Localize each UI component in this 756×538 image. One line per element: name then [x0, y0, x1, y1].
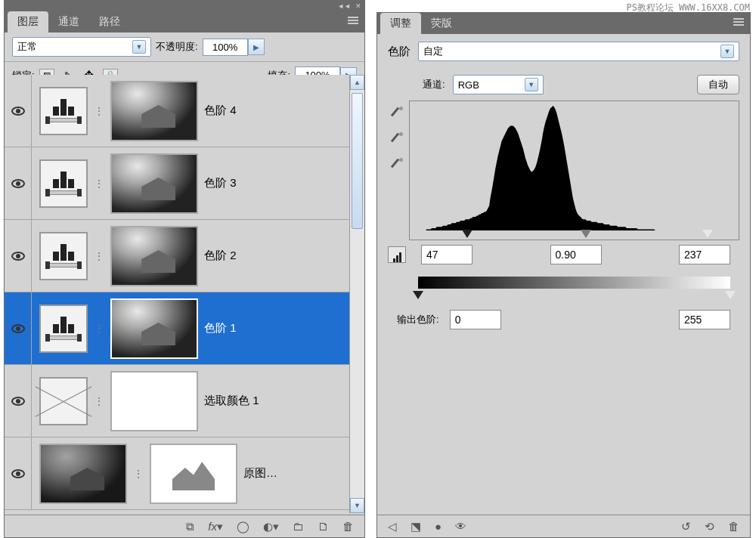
layer-row[interactable]: ⋮色阶 3	[5, 147, 349, 220]
visibility-toggle-icon[interactable]	[11, 179, 25, 188]
watermark: PS教程论坛 WWW.16XX8.COM	[626, 2, 750, 14]
group-icon[interactable]: 🗀	[293, 520, 304, 533]
input-black-field[interactable]	[421, 245, 472, 264]
layer-name-label[interactable]: 色阶 3	[204, 176, 237, 190]
mask-thumbnail[interactable]	[110, 371, 198, 431]
mask-thumbnail[interactable]	[110, 298, 198, 359]
link-icon: ⋮	[94, 105, 104, 117]
layer-row[interactable]: ⋮色阶 4	[5, 75, 349, 147]
tab-paths[interactable]: 路径	[89, 11, 130, 32]
layer-row[interactable]: ⋮原图…	[5, 438, 349, 510]
levels-adj-icon	[39, 232, 88, 280]
layer-row[interactable]: ⋮色阶 1	[5, 292, 349, 365]
auto-button[interactable]: 自动	[697, 75, 739, 94]
adjust-tabs: 调整 荧版	[377, 13, 750, 34]
blend-mode-value: 正常	[17, 40, 37, 54]
mask-thumbnail[interactable]	[110, 153, 198, 214]
visibility-icon[interactable]: 👁	[455, 520, 466, 533]
opacity-input[interactable]: 100%	[203, 39, 248, 56]
chevron-down-icon: ▼	[525, 78, 538, 91]
link-icon: ⋮	[133, 468, 144, 480]
layers-footer: ⧉ fx▾ ◯ ◐▾ 🗀 🗋 🗑	[5, 515, 364, 537]
tab-masks[interactable]: 荧版	[421, 13, 462, 34]
new-layer-icon[interactable]: 🗋	[318, 520, 329, 533]
scrollbar[interactable]: ▲ ▼	[349, 75, 364, 513]
link-icon: ⋮	[94, 395, 104, 407]
panel-menu-icon[interactable]	[348, 17, 358, 26]
visibility-toggle-icon[interactable]	[11, 107, 25, 116]
layer-name-label[interactable]: 色阶 1	[204, 321, 237, 335]
visibility-toggle-icon[interactable]	[11, 469, 25, 478]
layer-row[interactable]: ⋮选取颜色 1	[5, 365, 349, 438]
layer-name-label[interactable]: 选取颜色 1	[204, 394, 259, 408]
preset-select[interactable]: 自定 ▼	[418, 42, 739, 61]
preset-value: 自定	[423, 45, 443, 58]
histogram	[409, 100, 739, 240]
link-icon: ⋮	[94, 323, 104, 335]
mask-thumbnail[interactable]	[150, 444, 237, 504]
tab-layers[interactable]: 图层	[8, 11, 48, 32]
visibility-toggle-icon[interactable]	[11, 324, 25, 333]
levels-adj-icon	[39, 305, 88, 353]
output-black-slider[interactable]	[413, 291, 423, 299]
output-black-field[interactable]	[450, 310, 501, 329]
input-gamma-field[interactable]	[550, 245, 602, 264]
tab-channels[interactable]: 通道	[48, 11, 89, 32]
output-gradient[interactable]	[418, 277, 730, 289]
expand-icon[interactable]: ⬔	[411, 520, 421, 533]
output-white-field[interactable]	[679, 310, 730, 329]
scroll-up-icon[interactable]: ▲	[350, 75, 364, 90]
mask-thumbnail[interactable]	[110, 226, 198, 286]
black-point-slider[interactable]	[462, 230, 472, 238]
channel-label: 通道:	[423, 78, 445, 91]
scroll-down-icon[interactable]: ▼	[350, 498, 364, 513]
opacity-flyout-icon[interactable]: ▶	[248, 39, 265, 55]
clip-warning-icon[interactable]	[388, 246, 406, 263]
layer-thumbnail[interactable]	[39, 444, 127, 504]
trash-icon[interactable]: 🗑	[728, 520, 739, 533]
fx-icon[interactable]: fx▾	[208, 520, 223, 533]
reset-icon[interactable]: ⟲	[705, 520, 714, 533]
collapse-icon[interactable]: ◄◄	[337, 2, 351, 10]
eyedropper-black-icon[interactable]	[388, 107, 403, 122]
eyedropper-gray-icon[interactable]	[388, 132, 403, 147]
output-white-slider[interactable]	[725, 291, 736, 299]
eyedropper-white-icon[interactable]	[388, 158, 403, 173]
adjust-footer: ◁ ⬔ ● 👁 ↺ ⟲ 🗑	[377, 515, 750, 537]
tab-adjust[interactable]: 调整	[380, 13, 421, 34]
close-icon[interactable]: ✕	[355, 2, 361, 10]
chevron-down-icon: ▼	[720, 45, 734, 58]
channel-select[interactable]: RGB ▼	[453, 75, 544, 94]
back-icon[interactable]: ◁	[388, 520, 397, 533]
visibility-toggle-icon[interactable]	[11, 252, 25, 261]
levels-title: 色阶	[388, 45, 411, 59]
trash-icon[interactable]: 🗑	[342, 520, 354, 533]
layers-panel: ◄◄ ✕ 图层 通道 路径 正常 ▼ 不透明度: 100% ▶ 锁定: ▨ ✎ …	[4, 0, 365, 538]
clip-icon[interactable]: ●	[435, 520, 442, 533]
layer-row[interactable]: ⋮色阶 2	[5, 220, 349, 292]
chevron-down-icon: ▼	[132, 40, 146, 54]
gamma-slider[interactable]	[581, 230, 591, 238]
link-icon: ⋮	[94, 178, 104, 190]
layer-name-label[interactable]: 色阶 4	[204, 104, 237, 118]
opacity-label: 不透明度:	[156, 40, 198, 54]
panel-menu-icon[interactable]	[733, 18, 744, 27]
output-label: 输出色阶:	[397, 313, 439, 326]
blend-row: 正常 ▼ 不透明度: 100% ▶	[5, 32, 364, 62]
layer-name-label[interactable]: 色阶 2	[204, 249, 237, 263]
adjustment-icon[interactable]: ◐▾	[263, 520, 279, 533]
link-layers-icon[interactable]: ⧉	[186, 520, 194, 533]
mask-thumbnail[interactable]	[110, 81, 198, 141]
layer-name-label[interactable]: 原图…	[243, 466, 277, 481]
histogram-area	[377, 97, 750, 240]
white-point-slider[interactable]	[702, 230, 713, 238]
input-levels-row	[377, 240, 750, 269]
input-white-field[interactable]	[679, 245, 730, 264]
channel-value: RGB	[458, 79, 479, 91]
visibility-toggle-icon[interactable]	[11, 397, 25, 406]
scroll-thumb[interactable]	[352, 93, 363, 229]
layers-list-area: ⋮色阶 4⋮色阶 3⋮色阶 2⋮色阶 1⋮选取颜色 1⋮原图… ▲ ▼	[5, 75, 364, 513]
blend-mode-select[interactable]: 正常 ▼	[12, 37, 151, 57]
prev-state-icon[interactable]: ↺	[681, 520, 691, 533]
mask-icon[interactable]: ◯	[237, 520, 249, 533]
